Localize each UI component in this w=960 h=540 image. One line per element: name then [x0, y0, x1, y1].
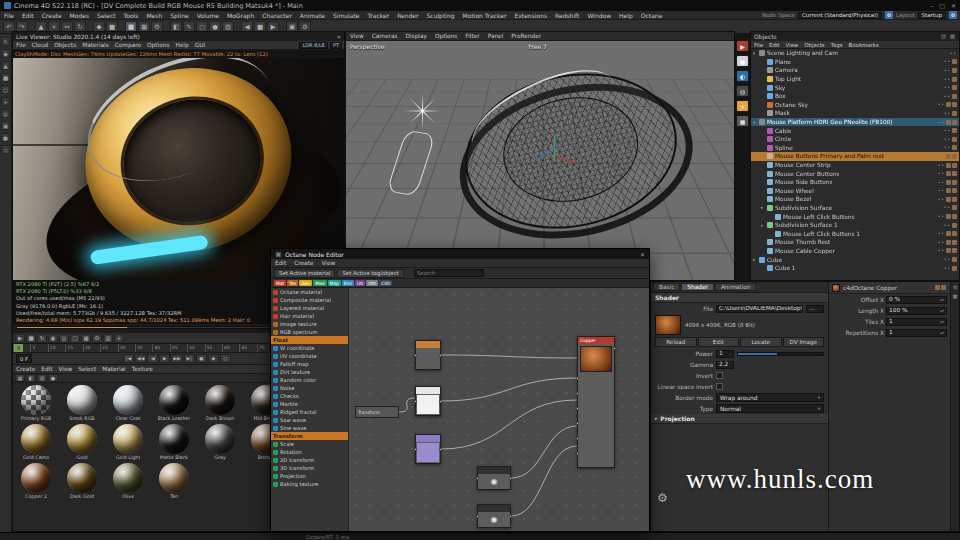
- material-item[interactable]: Clear Coat: [107, 385, 149, 421]
- palette-node-item[interactable]: 3D transform: [271, 464, 348, 472]
- play-icon[interactable]: ▶: [159, 354, 170, 363]
- lv-play-icon[interactable]: ▶: [15, 334, 25, 343]
- object-row[interactable]: Camera••: [751, 66, 959, 75]
- lv-material-pick-icon[interactable]: ◎: [59, 334, 69, 343]
- visibility-dots[interactable]: ••: [944, 137, 951, 142]
- menubar-item-redshift[interactable]: Redshift: [551, 11, 583, 19]
- invert-checkbox[interactable]: [716, 372, 723, 379]
- tab-shader[interactable]: Shader: [681, 283, 714, 291]
- octane-logo-icon[interactable]: ◐: [736, 70, 749, 82]
- viewport-label[interactable]: Perspective: [350, 43, 385, 50]
- object-tag-icon[interactable]: [946, 197, 951, 202]
- visibility-dots[interactable]: ••: [938, 214, 945, 219]
- octane-render-icon[interactable]: ▶: [736, 40, 749, 52]
- axis-mode-icon[interactable]: +: [1, 97, 10, 106]
- object-tag-icon[interactable]: [952, 85, 957, 90]
- points-mode-icon[interactable]: ◆: [1, 49, 10, 58]
- lv-region-icon[interactable]: □: [70, 334, 80, 343]
- menubar-item-select[interactable]: Select: [93, 11, 120, 19]
- locate-button[interactable]: Locate: [740, 337, 782, 347]
- palette-node-item[interactable]: Ridged fractal: [271, 408, 348, 416]
- category-chip-tex[interactable]: Tex: [287, 280, 298, 286]
- visibility-dots[interactable]: ••: [944, 94, 951, 99]
- file-browse-button[interactable]: ...: [806, 305, 824, 313]
- object-row[interactable]: Mouse Cable Copper••: [751, 247, 959, 256]
- keyframe-icon[interactable]: ◆: [208, 354, 219, 363]
- object-tag-icon[interactable]: [952, 163, 957, 168]
- prev-frame-icon[interactable]: ◀: [147, 354, 158, 363]
- mm-menu-edit[interactable]: Edit: [38, 365, 55, 373]
- menubar-item-file[interactable]: File: [0, 11, 18, 19]
- projection-section-header[interactable]: ▸Projection: [651, 414, 828, 424]
- obj-menu-file[interactable]: File: [751, 41, 766, 48]
- object-row[interactable]: Box••: [751, 92, 959, 101]
- repetitions-x-field[interactable]: 1▴▾: [886, 329, 947, 337]
- octane-camera-tag-icon[interactable]: ◎: [736, 85, 749, 97]
- object-row[interactable]: Mouse Left Click Buttons 1••: [751, 229, 959, 238]
- next-frame-icon[interactable]: ▶▶: [171, 354, 182, 363]
- material-item[interactable]: Olive: [107, 463, 149, 499]
- mm-menu-view[interactable]: View: [56, 365, 76, 373]
- object-row[interactable]: Cube 1••: [751, 264, 959, 273]
- menubar-item-sculpting[interactable]: Sculpting: [423, 11, 459, 19]
- power-field[interactable]: 1: [716, 350, 734, 358]
- palette-node-item[interactable]: Scale: [271, 440, 348, 448]
- category-chip-gen[interactable]: Gen: [299, 280, 312, 286]
- palette-node-item[interactable]: Hair material: [271, 312, 348, 320]
- menubar-item-render[interactable]: Render: [393, 11, 422, 19]
- mat-list-icon[interactable]: ▥: [37, 374, 47, 382]
- object-row[interactable]: Octane Sky••: [751, 101, 959, 110]
- object-tag-icon[interactable]: [952, 145, 957, 150]
- layout-dropdown[interactable]: Startup: [918, 12, 946, 19]
- obj-menu-tags[interactable]: Tags: [828, 41, 846, 48]
- polygons-mode-icon[interactable]: ■: [1, 73, 10, 82]
- ne-menu-create[interactable]: Create: [290, 259, 317, 267]
- menubar-item-tools[interactable]: Tools: [120, 11, 143, 19]
- palette-section-header[interactable]: Float: [271, 336, 348, 344]
- material-item[interactable]: Gold Light: [107, 424, 149, 460]
- material-item[interactable]: Gold: [61, 424, 103, 460]
- palette-node-item[interactable]: UV coordinate: [271, 352, 348, 360]
- node-graph[interactable]: Transform◉◉Copper: [349, 288, 649, 531]
- prev-key-icon[interactable]: ◀◀: [135, 354, 146, 363]
- category-chip-oth[interactable]: Oth: [366, 280, 378, 286]
- filter-icon[interactable]: ▥: [949, 33, 956, 40]
- category-chip-map[interactable]: Map: [328, 280, 341, 286]
- palette-node-item[interactable]: 2D transform: [271, 456, 348, 464]
- material-item[interactable]: Black Leather: [153, 385, 195, 421]
- object-tag-icon[interactable]: [946, 102, 951, 107]
- menubar-item-modes[interactable]: Modes: [66, 11, 93, 19]
- visibility-dots[interactable]: ••: [944, 205, 951, 210]
- node-gradient[interactable]: [415, 386, 441, 416]
- obj-menu-objects[interactable]: Objects: [801, 41, 827, 48]
- palette-node-item[interactable]: Image texture: [271, 320, 348, 328]
- object-row[interactable]: Mouse Left Click Buttons••: [751, 212, 959, 221]
- maximize-icon[interactable]: □: [939, 2, 945, 9]
- object-tag-icon[interactable]: [952, 111, 957, 116]
- object-row[interactable]: Plane••: [751, 58, 959, 67]
- visibility-dots[interactable]: ••: [944, 128, 951, 133]
- object-tag-icon[interactable]: [952, 102, 957, 107]
- object-row[interactable]: Mouse Bezel••: [751, 195, 959, 204]
- palette-node-item[interactable]: Checks: [271, 392, 348, 400]
- octane-live-viewer-icon[interactable]: ●: [736, 55, 749, 67]
- object-tag-icon[interactable]: [946, 171, 951, 176]
- menubar-item-octane[interactable]: Octane: [637, 11, 667, 19]
- object-tag-icon[interactable]: [952, 77, 957, 82]
- material-item[interactable]: Primary RGB: [15, 385, 57, 421]
- node-multiply[interactable]: [415, 340, 441, 370]
- object-tag-icon[interactable]: [952, 120, 957, 125]
- object-row[interactable]: Mask••: [751, 109, 959, 118]
- object-tag-icon[interactable]: [952, 266, 957, 271]
- ik-mode-icon[interactable]: ◇: [1, 145, 10, 154]
- visibility-dots[interactable]: ••: [938, 102, 945, 107]
- pen-tool-icon[interactable]: ✎: [1, 37, 10, 46]
- object-tag-icon[interactable]: [946, 214, 951, 219]
- dv-image-button[interactable]: DV Image: [783, 337, 825, 347]
- visibility-dots[interactable]: ••: [944, 266, 951, 271]
- ne-menu-edit[interactable]: Edit: [271, 259, 290, 267]
- object-tag-icon[interactable]: [952, 68, 957, 73]
- current-frame-marker[interactable]: 0: [14, 344, 23, 352]
- object-row[interactable]: ▸Subdivision Surface 1••: [751, 221, 959, 230]
- visibility-dots[interactable]: ••: [944, 223, 951, 228]
